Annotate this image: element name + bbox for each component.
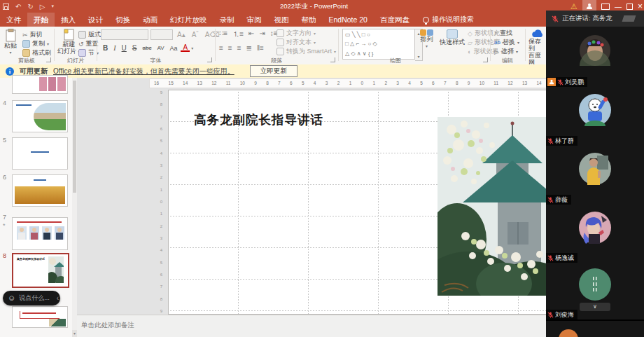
- smartart-button[interactable]: 转换为 SmartArt▾: [276, 47, 336, 56]
- meeting-sidebar: 正在讲话: 高务龙 刘吴鹏: [546, 11, 644, 337]
- warning-icon[interactable]: ⚠: [570, 2, 578, 11]
- strikethrough-button[interactable]: S: [130, 44, 139, 52]
- slide-title-text[interactable]: 高务龙副院长指导讲话: [194, 111, 323, 128]
- slide-canvas[interactable]: 高务龙副院长指导讲话: [168, 90, 546, 315]
- redo-icon[interactable]: ↻: [27, 3, 33, 11]
- chat-input-placeholder[interactable]: 说点什么...: [19, 294, 50, 303]
- tab-review[interactable]: 审阅: [241, 13, 268, 27]
- tab-transitions[interactable]: 切换: [109, 13, 136, 27]
- thumbnail-scrollbar[interactable]: ▾: [72, 78, 77, 337]
- notes-pane[interactable]: 单击此处添加备注: [77, 315, 546, 337]
- font-name-combo[interactable]: [101, 29, 148, 40]
- change-case-button[interactable]: Aa: [167, 45, 179, 52]
- display-settings-icon[interactable]: [601, 4, 610, 10]
- thumbnail-slide-9[interactable]: [12, 306, 68, 328]
- shapes-gallery-grid[interactable]: ▭ ╲ ╲ □ ○ □ △ ⌐ → ○ ◇ △ ◇ ∧ ∨ { }: [342, 29, 415, 60]
- tab-slideshow[interactable]: 幻灯片放映: [164, 13, 214, 27]
- emoji-icon[interactable]: ☺: [8, 294, 15, 302]
- tell-me-search[interactable]: 操作说明搜索: [423, 15, 474, 25]
- new-slide-button[interactable]: 新建 幻灯片 ▾: [57, 29, 80, 55]
- tab-design[interactable]: 设计: [82, 13, 109, 27]
- tab-baidu-pan[interactable]: 百度网盘: [374, 13, 416, 27]
- find-button[interactable]: ⌕查找: [494, 29, 519, 38]
- qat-customize-icon[interactable]: ▾: [51, 4, 54, 9]
- justify-button[interactable]: ≣: [246, 44, 252, 52]
- copy-icon: [22, 40, 30, 48]
- pagoda-blossom-photo[interactable]: [438, 117, 546, 296]
- notes-placeholder[interactable]: 单击此处添加备注: [81, 321, 134, 329]
- horizontal-ruler[interactable]: 16 15 14 13 12 11 10 9 8 7 6 5 4 3 2 1 0…: [149, 78, 546, 88]
- cut-button[interactable]: ✂剪切: [22, 30, 51, 39]
- thumbnail-slide-4[interactable]: [12, 100, 68, 132]
- scroll-participants-down-button[interactable]: ∨: [580, 303, 610, 311]
- decrease-indent-button[interactable]: ⇤: [248, 29, 254, 39]
- tab-insert[interactable]: 插入: [55, 13, 82, 27]
- align-left-button[interactable]: ≡: [219, 44, 223, 52]
- tab-help[interactable]: 帮助: [295, 13, 323, 27]
- participant-tile[interactable]: 林了群: [546, 87, 644, 147]
- close-button[interactable]: ×: [638, 1, 643, 11]
- drawing-dialog-launcher[interactable]: [483, 57, 488, 62]
- scroll-down-arrow[interactable]: ▾: [72, 330, 77, 337]
- thumbnail-slide-3[interactable]: [12, 75, 68, 94]
- participant-tile[interactable]: 刘吴鹏: [546, 27, 644, 88]
- thumbnail-slide-6[interactable]: [12, 174, 68, 207]
- update-now-button[interactable]: 立即更新: [250, 65, 298, 77]
- tab-animations[interactable]: 动画: [136, 13, 164, 27]
- vertical-ruler[interactable]: 9876543210123456789: [158, 90, 164, 313]
- italic-button[interactable]: I: [111, 44, 118, 52]
- tab-home[interactable]: 开始: [27, 13, 55, 27]
- thumbnail-image: [34, 103, 66, 130]
- portrait-photo: [17, 226, 27, 240]
- align-text-button[interactable]: 对齐文本▾: [276, 38, 336, 47]
- grow-font-button[interactable]: A▴: [175, 31, 188, 39]
- participant-tile[interactable]: 薛薇: [546, 146, 644, 206]
- tab-file[interactable]: 文件: [0, 13, 27, 27]
- select-button[interactable]: ▷选择▾: [494, 47, 519, 56]
- paragraph-dialog-launcher[interactable]: [330, 57, 335, 62]
- thumbnail-slide-5[interactable]: [12, 137, 68, 170]
- bullets-button[interactable]: ∷≡: [219, 29, 227, 39]
- quick-styles-button[interactable]: 快速样式: [440, 29, 465, 46]
- increase-indent-button[interactable]: ⇥: [259, 29, 265, 39]
- save-icon[interactable]: [3, 4, 9, 10]
- thumbnail-image: [49, 319, 66, 326]
- thumbnail-title: 高务龙副院长指导讲话: [17, 257, 45, 261]
- character-spacing-button[interactable]: AV: [155, 45, 166, 51]
- restore-button[interactable]: [626, 4, 633, 10]
- clipboard-dialog-launcher[interactable]: [46, 57, 51, 62]
- meeting-chat-widget[interactable]: ☺ 说点什么... ‹: [3, 291, 60, 305]
- copy-button[interactable]: 复制▾: [22, 39, 51, 48]
- collapse-arrow-icon[interactable]: ‹: [57, 294, 59, 302]
- font-size-combo[interactable]: [150, 29, 173, 40]
- text-direction-button[interactable]: 文字方向▾: [276, 29, 336, 38]
- underline-button[interactable]: U: [120, 44, 129, 52]
- align-center-button[interactable]: ≡: [228, 44, 232, 52]
- thumbnail-slide-7[interactable]: [12, 217, 68, 250]
- align-right-button[interactable]: ≡: [237, 44, 241, 52]
- font-dialog-launcher[interactable]: [207, 57, 212, 62]
- undo-icon[interactable]: ↶: [15, 3, 21, 11]
- subscript-button[interactable]: abc: [140, 45, 153, 51]
- arrange-icon: [420, 29, 433, 36]
- numbering-button[interactable]: ⒈≡: [232, 29, 244, 39]
- tab-view[interactable]: 视图: [268, 13, 295, 27]
- tab-endnote[interactable]: EndNote 20: [323, 13, 374, 27]
- minimize-button[interactable]: —: [615, 3, 622, 11]
- start-slideshow-icon[interactable]: ▷: [40, 3, 46, 11]
- tab-record[interactable]: 录制: [214, 13, 241, 27]
- shrink-font-button[interactable]: Aˇ: [190, 31, 201, 39]
- thumbnail-slide-8-selected[interactable]: 高务龙副院长指导讲话: [12, 253, 69, 288]
- participant-tile[interactable]: ∨ 刘俊海: [546, 263, 644, 321]
- replace-button[interactable]: ab替换▾: [494, 38, 519, 47]
- participant-name-label: 刘吴鹏: [546, 77, 587, 87]
- columns-button[interactable]: ‖≡: [257, 44, 264, 52]
- scrollbar-thumb[interactable]: [73, 81, 76, 193]
- bold-button[interactable]: B: [101, 44, 110, 52]
- save-to-baidu-pan-button[interactable]: 保存到 百度网: [528, 29, 546, 66]
- paste-button[interactable]: 粘贴▾: [4, 29, 17, 56]
- participant-tile-partial[interactable]: [546, 321, 644, 337]
- font-color-button[interactable]: A: [181, 44, 190, 52]
- participant-tile[interactable]: 杨逸诚: [546, 205, 644, 264]
- arrange-button[interactable]: 排列▾: [420, 29, 433, 50]
